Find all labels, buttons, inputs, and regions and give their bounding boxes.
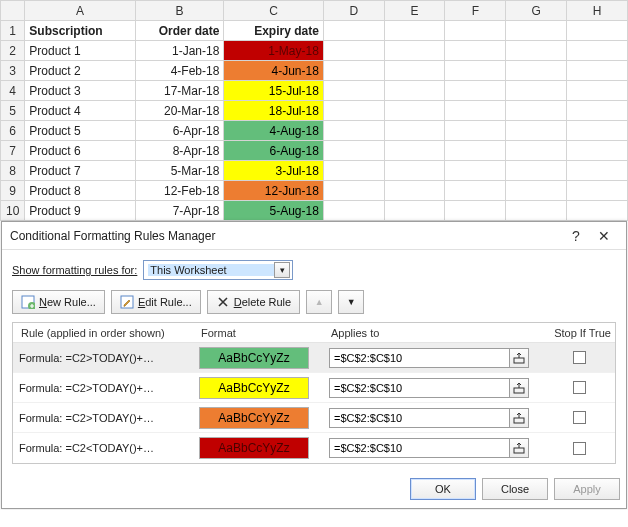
close-icon[interactable]: ✕ xyxy=(590,228,618,244)
col-header[interactable]: H xyxy=(567,1,628,21)
cell[interactable] xyxy=(445,161,506,181)
cell[interactable]: 5-Mar-18 xyxy=(135,161,223,181)
applies-to-input[interactable] xyxy=(329,348,509,368)
sheet-row[interactable]: 5Product 420-Mar-1818-Jul-18 xyxy=(1,101,628,121)
cell[interactable] xyxy=(323,181,384,201)
cell[interactable] xyxy=(384,61,445,81)
row-header[interactable]: 6 xyxy=(1,121,25,141)
column-header-row[interactable]: A B C D E F G H xyxy=(1,1,628,21)
rule-row[interactable]: Formula: =C2>TODAY()+…AaBbCcYyZz xyxy=(13,343,615,373)
cell[interactable]: 3-Jul-18 xyxy=(224,161,324,181)
cell[interactable]: Product 1 xyxy=(25,41,136,61)
cell[interactable]: 4-Aug-18 xyxy=(224,121,324,141)
cell[interactable] xyxy=(567,41,628,61)
cell[interactable] xyxy=(506,121,567,141)
cell[interactable]: 17-Mar-18 xyxy=(135,81,223,101)
col-header[interactable]: B xyxy=(135,1,223,21)
cell[interactable] xyxy=(506,101,567,121)
rule-row[interactable]: Formula: =C2>TODAY()+…AaBbCcYyZz xyxy=(13,373,615,403)
cell[interactable]: Product 8 xyxy=(25,181,136,201)
cell[interactable]: Product 4 xyxy=(25,101,136,121)
cell[interactable] xyxy=(506,201,567,221)
cell[interactable] xyxy=(323,201,384,221)
cell[interactable]: Subscription xyxy=(25,21,136,41)
cell[interactable] xyxy=(445,21,506,41)
applies-to-input[interactable] xyxy=(329,438,509,458)
cell[interactable]: Product 7 xyxy=(25,161,136,181)
move-up-button[interactable]: ▲ xyxy=(306,290,332,314)
col-header[interactable]: A xyxy=(25,1,136,21)
cell[interactable] xyxy=(384,21,445,41)
cell[interactable] xyxy=(567,61,628,81)
cell[interactable]: 5-Aug-18 xyxy=(224,201,324,221)
cell[interactable] xyxy=(506,181,567,201)
cell[interactable] xyxy=(384,101,445,121)
cell[interactable] xyxy=(445,141,506,161)
new-rule-button[interactable]: New Rule... xyxy=(12,290,105,314)
cell[interactable]: 4-Jun-18 xyxy=(224,61,324,81)
row-header[interactable]: 5 xyxy=(1,101,25,121)
row-header[interactable]: 4 xyxy=(1,81,25,101)
scope-combo[interactable]: This Worksheet ▾ xyxy=(143,260,293,280)
close-button[interactable]: Close xyxy=(482,478,548,500)
row-header[interactable]: 8 xyxy=(1,161,25,181)
cell[interactable] xyxy=(445,61,506,81)
cell[interactable] xyxy=(384,201,445,221)
applies-to-input[interactable] xyxy=(329,408,509,428)
cell[interactable]: 1-May-18 xyxy=(224,41,324,61)
cell[interactable]: 4-Feb-18 xyxy=(135,61,223,81)
cell[interactable]: 8-Apr-18 xyxy=(135,141,223,161)
cell[interactable] xyxy=(323,121,384,141)
ok-button[interactable]: OK xyxy=(410,478,476,500)
cell[interactable] xyxy=(445,201,506,221)
sheet-row[interactable]: 4Product 317-Mar-1815-Jul-18 xyxy=(1,81,628,101)
cell[interactable]: 7-Apr-18 xyxy=(135,201,223,221)
cell[interactable]: 18-Jul-18 xyxy=(224,101,324,121)
cell[interactable] xyxy=(567,121,628,141)
apply-button[interactable]: Apply xyxy=(554,478,620,500)
dialog-titlebar[interactable]: Conditional Formatting Rules Manager ? ✕ xyxy=(2,222,626,250)
rule-row[interactable]: Formula: =C2>TODAY()+…AaBbCcYyZz xyxy=(13,403,615,433)
sheet-row[interactable]: 2Product 11-Jan-181-May-18 xyxy=(1,41,628,61)
range-picker-icon[interactable] xyxy=(509,348,529,368)
cell[interactable] xyxy=(384,141,445,161)
cell[interactable]: 6-Apr-18 xyxy=(135,121,223,141)
cell[interactable] xyxy=(384,121,445,141)
cell[interactable] xyxy=(323,161,384,181)
edit-rule-button[interactable]: Edit Rule... xyxy=(111,290,201,314)
row-header[interactable]: 1 xyxy=(1,21,25,41)
cell[interactable]: Expiry date xyxy=(224,21,324,41)
cell[interactable] xyxy=(567,81,628,101)
row-header[interactable]: 9 xyxy=(1,181,25,201)
cell[interactable]: 6-Aug-18 xyxy=(224,141,324,161)
cell[interactable] xyxy=(323,21,384,41)
cell[interactable] xyxy=(506,41,567,61)
stop-if-true-checkbox[interactable] xyxy=(573,381,586,394)
stop-if-true-checkbox[interactable] xyxy=(573,351,586,364)
select-all-corner[interactable] xyxy=(1,1,25,21)
move-down-button[interactable]: ▼ xyxy=(338,290,364,314)
cell[interactable] xyxy=(567,161,628,181)
spreadsheet[interactable]: A B C D E F G H 1SubscriptionOrder dateE… xyxy=(0,0,628,221)
cell[interactable] xyxy=(323,61,384,81)
cell[interactable] xyxy=(567,141,628,161)
col-header[interactable]: F xyxy=(445,1,506,21)
cell[interactable] xyxy=(445,101,506,121)
cell[interactable]: 12-Jun-18 xyxy=(224,181,324,201)
col-header[interactable]: G xyxy=(506,1,567,21)
col-header[interactable]: C xyxy=(224,1,324,21)
range-picker-icon[interactable] xyxy=(509,408,529,428)
cell[interactable] xyxy=(506,81,567,101)
cell[interactable] xyxy=(323,141,384,161)
sheet-row[interactable]: 10Product 97-Apr-185-Aug-18 xyxy=(1,201,628,221)
stop-if-true-checkbox[interactable] xyxy=(573,442,586,455)
rule-row[interactable]: Formula: =C2<TODAY()+…AaBbCcYyZz xyxy=(13,433,615,463)
row-header[interactable]: 10 xyxy=(1,201,25,221)
cell[interactable] xyxy=(506,21,567,41)
cell[interactable] xyxy=(506,61,567,81)
cell[interactable]: 20-Mar-18 xyxy=(135,101,223,121)
row-header[interactable]: 7 xyxy=(1,141,25,161)
cell[interactable]: Product 6 xyxy=(25,141,136,161)
cell[interactable] xyxy=(323,101,384,121)
cell[interactable] xyxy=(323,81,384,101)
